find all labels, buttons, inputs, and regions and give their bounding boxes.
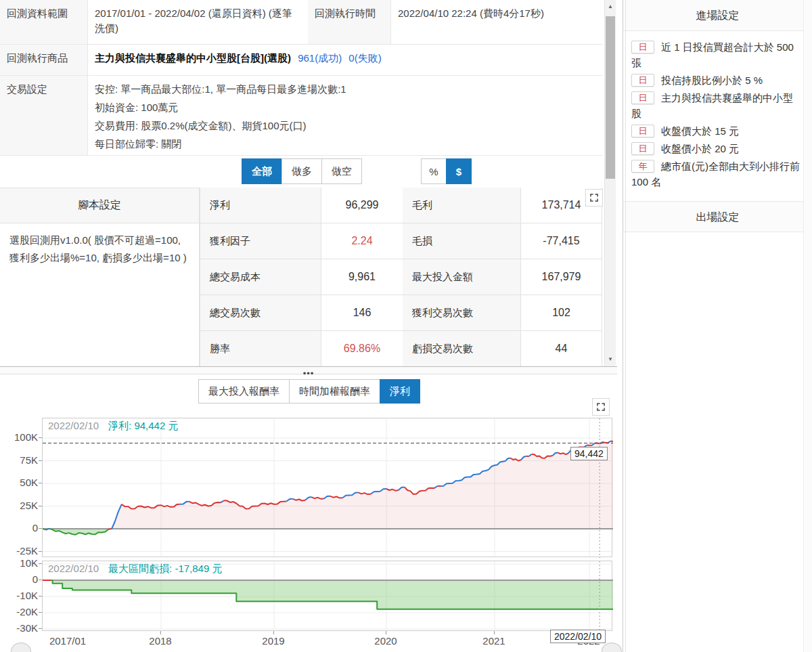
backtest-range-value: 2017/01/01 - 2022/04/02 (還原日資料) (逐筆洗價) [88, 0, 308, 45]
stat-value: 69.86% [321, 331, 403, 366]
product-value-cell: 主力與投信共襄盛舉的中小型股[台股](選股) 961(成功) 0(失敗) [88, 45, 602, 76]
entry-condition-1: 日投信持股比例小於 5 % [631, 72, 803, 88]
entry-condition-5: 年總市值(元)全部由大到小排行前 100 名 [631, 158, 803, 190]
stats-row-4: 勝率69.86%虧損交易次數44 [200, 331, 602, 366]
stat-label: 毛利 [403, 188, 521, 223]
maximize-icon [595, 401, 606, 412]
entry-condition-2: 日主力與投信共襄盛舉的中小型股 [631, 90, 803, 121]
stat-label: 虧損交易次數 [403, 331, 521, 366]
trade-setting-line-1: 初始資金: 100萬元 [95, 98, 595, 116]
x-axis-tick-label: 2021 [482, 635, 505, 647]
scroll-up-arrow-icon[interactable]: ▲ [605, 1, 616, 12]
y-axis-tick-label: 50K [1, 477, 38, 488]
backtest-report-window: 回測資料範圍 2017/01/01 - 2022/04/02 (還原日資料) (… [0, 0, 812, 652]
position-filter-group: 全部做多做空 [242, 158, 362, 184]
chart-pan-handle-left[interactable] [11, 643, 31, 652]
net-profit-chart[interactable]: 2022/02/10淨利: 94,442 元 [42, 418, 612, 557]
chart-pan-handle-right[interactable] [602, 643, 622, 652]
unit-toggle-button-0[interactable]: % [421, 158, 447, 184]
expand-chart-button[interactable] [592, 398, 610, 416]
condition-text: 總市值(元)全部由大到小排行前 100 名 [631, 160, 800, 188]
y-axis-tick-mark [39, 596, 42, 596]
x-axis-tick-mark [494, 631, 495, 634]
stat-label: 最大投入金額 [403, 259, 521, 295]
stat-label: 勝率 [200, 331, 321, 366]
stat-label: 獲利因子 [200, 223, 321, 259]
y-axis-tick-label: 75K [1, 454, 38, 466]
entry-condition-3: 日收盤價大於 15 元 [631, 123, 803, 139]
stat-value: 167,979 [521, 259, 602, 295]
position-filter-button-0[interactable]: 全部 [242, 158, 282, 184]
results-scrollbar[interactable]: ▲ ▼ [604, 0, 616, 366]
stat-label: 獲利交易次數 [403, 295, 521, 331]
run-time-label: 回測執行時間 [308, 0, 391, 45]
trade-settings-label: 交易設定 [0, 76, 88, 156]
trade-setting-line-0: 安控: 單一商品最大部位:1, 單一商品每日最多進場次數:1 [95, 80, 595, 98]
stats-row-1: 獲利因子2.24毛損-77,415 [200, 223, 602, 259]
drawdown-chart[interactable]: 2022/02/10最大區間虧損: -17,849 元 [42, 561, 612, 631]
crosshair-date-tooltip: 2022/02/10 [550, 630, 606, 643]
position-filter-button-2[interactable]: 做空 [321, 158, 362, 184]
exit-settings-header: 出場設定 [623, 201, 812, 232]
y-axis-tick-label: 25K [1, 500, 38, 511]
x-axis-tick-label: 2020 [374, 635, 397, 647]
entry-conditions-list: 日近 1 日投信買超合計大於 500 張日投信持股比例小於 5 %日主力與投信共… [623, 31, 812, 194]
stat-value: 102 [521, 295, 602, 331]
fail-count-link[interactable]: 0(失敗) [348, 52, 381, 64]
scroll-down-arrow-icon[interactable]: ▼ [605, 354, 616, 365]
success-count-link[interactable]: 961(成功) [298, 52, 342, 64]
x-axis-tick-mark [386, 631, 386, 634]
net-profit-plot-svg [43, 418, 613, 558]
y-axis-tick-mark [39, 437, 42, 438]
y-axis-tick-label: 100K [1, 431, 38, 443]
annotation-date: 2022/02/10 [48, 420, 99, 431]
y-axis-tick-mark [39, 528, 42, 529]
chart-tab-1[interactable]: 時間加權報酬率 [289, 379, 380, 404]
pane-splitter-handle[interactable]: ••• [0, 366, 617, 374]
trade-setting-line-2: 交易費用: 股票0.2%(成交金額)、期貨100元(口) [95, 116, 595, 135]
stats-row-0: 淨利96,299毛利173,714 [200, 188, 602, 223]
x-axis-tick-label: 2017/01 [49, 635, 86, 647]
script-settings-header: 腳本設定 [0, 188, 200, 223]
y-axis-tick-label: 0 [1, 522, 38, 534]
y-axis-tick-mark [39, 612, 42, 613]
scrollbar-thumb[interactable] [606, 16, 615, 179]
y-axis-tick-mark [39, 580, 42, 580]
frequency-badge: 日 [631, 125, 654, 137]
stat-value: -77,415 [521, 223, 602, 259]
stat-value: 44 [521, 331, 602, 366]
trade-settings-value: 安控: 單一商品最大部位:1, 單一商品每日最多進場次數:1初始資金: 100萬… [88, 76, 602, 156]
y-axis-tick-mark [39, 563, 42, 564]
y-axis-tick-mark [39, 483, 42, 483]
entry-condition-0: 日近 1 日投信買超合計大於 500 張 [631, 39, 803, 70]
stat-label: 淨利 [200, 188, 321, 223]
condition-text: 收盤價小於 20 元 [661, 143, 739, 154]
run-time-value: 2022/04/10 22:24 (費時4分17秒) [391, 0, 602, 45]
chart-tab-0[interactable]: 最大投入報酬率 [198, 379, 290, 404]
performance-stats-table: 淨利96,299毛利173,714獲利因子2.24毛損-77,415總交易成本9… [200, 188, 602, 366]
unit-toggle-button-1[interactable]: $ [446, 158, 472, 184]
condition-text: 主力與投信共襄盛舉的中小型股 [631, 92, 793, 119]
last-value-marker: 94,442 [570, 447, 608, 460]
x-axis-tick-mark [160, 631, 161, 634]
position-filter-button-1[interactable]: 做多 [281, 158, 322, 184]
annotation-text: 淨利: 94,442 元 [108, 420, 178, 431]
expand-stats-button[interactable] [585, 189, 603, 207]
frequency-badge: 日 [631, 41, 654, 53]
net-profit-annotation: 2022/02/10淨利: 94,442 元 [48, 420, 178, 433]
x-axis-tick-mark [273, 631, 274, 634]
maximize-icon [589, 192, 600, 203]
product-label: 回測執行商品 [0, 45, 88, 76]
frequency-badge: 日 [631, 91, 654, 104]
frequency-badge: 年 [631, 160, 654, 173]
y-axis-tick-mark [39, 506, 42, 506]
frequency-badge: 日 [631, 142, 654, 155]
annotation-date: 2022/02/10 [48, 563, 99, 574]
condition-text: 收盤價大於 15 元 [661, 125, 739, 137]
frequency-badge: 日 [631, 74, 654, 87]
chart-tab-2[interactable]: 淨利 [380, 379, 420, 404]
annotation-text: 最大區間虧損: -17,849 元 [108, 563, 222, 574]
y-axis-tick-label: 0 [1, 573, 38, 585]
y-axis-tick-mark [39, 628, 42, 629]
stat-value: 96,299 [321, 188, 403, 223]
